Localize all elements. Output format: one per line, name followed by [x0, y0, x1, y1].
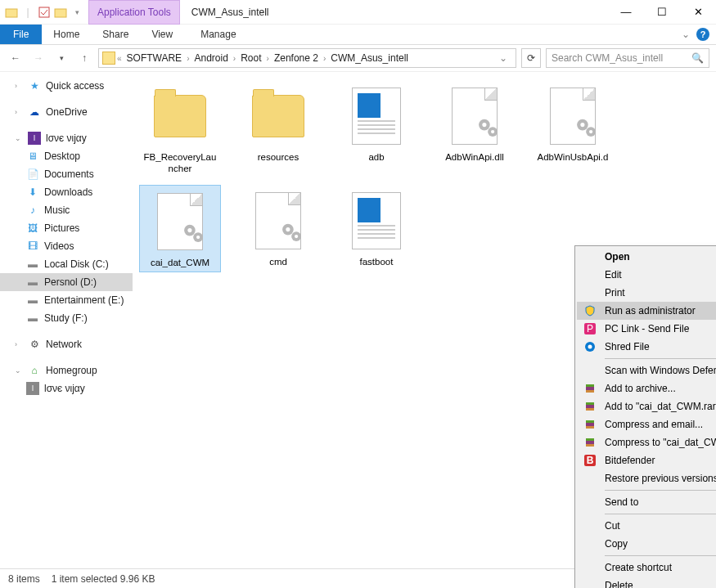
file-item[interactable]: AdbWinUsbApi.d [532, 80, 614, 178]
file-item[interactable]: adb [335, 80, 417, 178]
ctx-restore[interactable]: Restore previous versions [577, 469, 716, 487]
user-avatar-icon: l [28, 132, 41, 145]
ctx-defender[interactable]: Scan with Windows Defender... [577, 361, 716, 379]
file-name: cmd [241, 257, 316, 268]
ctx-pclink[interactable]: PPC Link - Send File [577, 320, 716, 338]
ctx-add-rar[interactable]: Add to "cai_dat_CWM.rar" [577, 397, 716, 415]
sidebar-user[interactable]: ⌄llσνє νιjαy [0, 129, 133, 147]
home-tab[interactable]: Home [42, 25, 91, 44]
ctx-open[interactable]: Open [577, 248, 716, 266]
drive-icon: ▬ [26, 258, 39, 271]
contextual-tab-label[interactable]: Application Tools [88, 0, 180, 25]
ribbon-expand-icon[interactable]: ⌄ [682, 29, 690, 40]
file-item[interactable]: resources [237, 80, 319, 178]
downloads-icon: ⬇ [26, 186, 39, 199]
breadcrumb-segment[interactable]: Android [191, 52, 231, 64]
manage-tab[interactable]: Manage [189, 25, 247, 44]
breadcrumb-dropdown-icon[interactable]: ⌄ [494, 52, 512, 64]
share-tab[interactable]: Share [91, 25, 140, 44]
view-tab[interactable]: View [140, 25, 184, 44]
file-item[interactable]: cai_dat_CWM [139, 185, 221, 273]
svg-rect-25 [586, 390, 594, 393]
ctx-compress-email[interactable]: Compress and email... [577, 415, 716, 433]
gears-icon [180, 219, 208, 249]
breadcrumb-segment[interactable]: Root [237, 52, 264, 64]
help-icon[interactable]: ? [696, 28, 709, 41]
chevron-right-icon[interactable]: › [323, 54, 326, 63]
svg-point-22 [588, 345, 592, 349]
gears-icon [278, 218, 306, 249]
properties-icon[interactable] [38, 6, 51, 19]
file-item[interactable]: FB_RecoveryLauncher [139, 80, 221, 178]
folder-icon [102, 52, 115, 65]
ctx-create-shortcut[interactable]: Create shortcut [577, 559, 716, 577]
ctx-delete[interactable]: Delete [577, 577, 716, 588]
svg-text:B: B [587, 455, 594, 466]
ctx-cut[interactable]: Cut [577, 517, 716, 535]
shred-icon [583, 340, 597, 353]
sidebar-network[interactable]: ›⚙Network [0, 335, 133, 353]
chevron-right-icon: › [15, 82, 23, 90]
breadcrumb-segment[interactable]: SOFTWARE [124, 52, 186, 64]
back-button[interactable]: ← [7, 49, 25, 67]
breadcrumb-segment[interactable]: Zenfone 2 [271, 52, 322, 64]
file-tab[interactable]: File [0, 25, 42, 44]
file-item[interactable]: cmd [237, 185, 319, 273]
sidebar-documents[interactable]: 📄Documents [0, 165, 133, 183]
divider-icon: | [21, 6, 34, 19]
qat-dropdown-icon[interactable]: ▾ [70, 6, 83, 19]
svg-text:P: P [587, 323, 593, 334]
sidebar-downloads[interactable]: ⬇Downloads [0, 183, 133, 201]
separator [605, 358, 716, 359]
sidebar-persnol-d[interactable]: ▬Persnol (D:) [0, 273, 133, 291]
breadcrumb-segment[interactable]: CWM_Asus_intell [327, 52, 412, 64]
up-button[interactable]: ↑ [75, 49, 93, 67]
chevron-right-icon[interactable]: « [117, 54, 122, 63]
gears-icon [573, 114, 601, 144]
shield-icon [583, 304, 597, 317]
separator [605, 490, 716, 491]
sidebar-music[interactable]: ♪Music [0, 201, 133, 219]
file-item[interactable]: fastboot [335, 185, 417, 273]
ctx-edit[interactable]: Edit [577, 266, 716, 284]
svg-rect-31 [586, 426, 594, 429]
search-placeholder: Search CWM_Asus_intell [552, 52, 691, 64]
sidebar-quick-access[interactable]: ›★Quick access [0, 77, 133, 95]
sidebar-onedrive[interactable]: ›☁OneDrive [0, 103, 133, 121]
ctx-run-as-admin[interactable]: Run as administrator [577, 302, 716, 320]
refresh-button[interactable]: ⟳ [521, 48, 541, 68]
music-icon: ♪ [26, 204, 39, 217]
chevron-right-icon[interactable]: › [187, 54, 189, 63]
chevron-right-icon[interactable]: › [233, 54, 236, 63]
chevron-right-icon[interactable]: › [267, 54, 269, 63]
minimize-button[interactable]: — [608, 0, 644, 25]
svg-rect-30 [586, 420, 594, 423]
ctx-print[interactable]: Print [577, 284, 716, 302]
file-item[interactable]: AdbWinApi.dll [434, 80, 516, 178]
search-icon[interactable]: 🔍 [691, 52, 704, 64]
chevron-down-icon: ⌄ [15, 134, 23, 142]
sidebar-hg-user[interactable]: llσνє νιjαy [0, 379, 133, 397]
file-list[interactable]: FB_RecoveryLauncherresourcesadbAdbWinApi… [133, 72, 716, 567]
sidebar-pictures[interactable]: 🖼Pictures [0, 219, 133, 237]
new-folder-icon[interactable] [54, 6, 67, 19]
ctx-send-to[interactable]: Send to▶ [577, 493, 716, 511]
sidebar-videos[interactable]: 🎞Videos [0, 237, 133, 255]
ctx-shred[interactable]: Shred File [577, 338, 716, 356]
ctx-compress-rar-email[interactable]: Compress to "cai_dat_CWM.rar" and email [577, 433, 716, 451]
recent-dropdown-icon[interactable]: ▾ [52, 49, 70, 67]
ctx-bitdefender[interactable]: BBitdefender▶ [577, 451, 716, 469]
breadcrumb[interactable]: « SOFTWARE › Android › Root › Zenfone 2 … [98, 48, 516, 68]
search-input[interactable]: Search CWM_Asus_intell 🔍 [546, 48, 709, 68]
sidebar-desktop[interactable]: 🖥Desktop [0, 147, 133, 165]
ctx-copy[interactable]: Copy [577, 535, 716, 553]
file-name: resources [241, 152, 316, 164]
close-button[interactable]: ✕ [680, 0, 716, 25]
sidebar-homegroup[interactable]: ⌄⌂Homegroup [0, 361, 133, 379]
sidebar-entertainment-e[interactable]: ▬Entertainment (E:) [0, 291, 133, 309]
sidebar-study-f[interactable]: ▬Study (F:) [0, 309, 133, 327]
ctx-add-archive[interactable]: Add to archive... [577, 379, 716, 397]
sidebar-local-disk-c[interactable]: ▬Local Disk (C:) [0, 255, 133, 273]
forward-button[interactable]: → [29, 49, 47, 67]
maximize-button[interactable]: ☐ [644, 0, 680, 25]
